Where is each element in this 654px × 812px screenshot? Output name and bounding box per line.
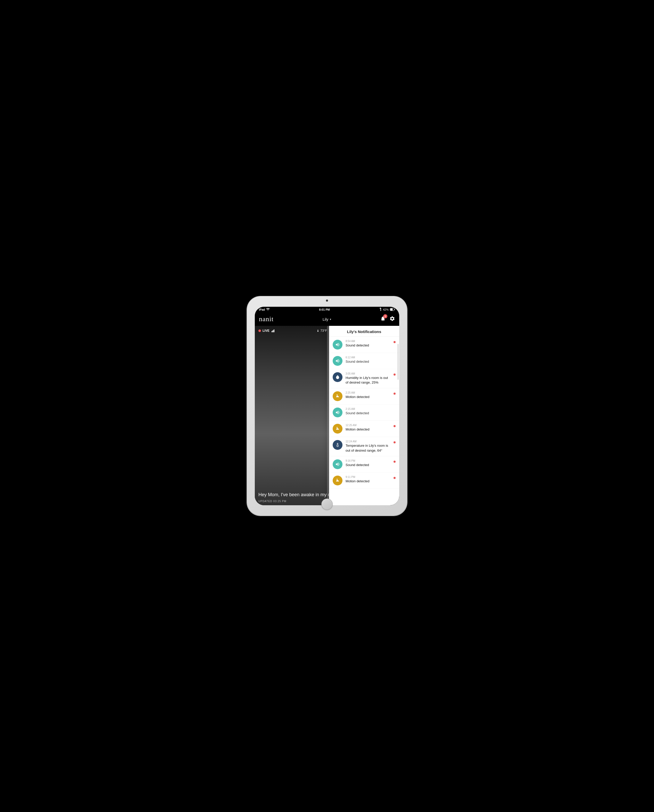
notification-icon-sound xyxy=(333,459,342,469)
baby-name: Lily xyxy=(322,317,329,322)
bluetooth-icon xyxy=(379,308,382,311)
notification-text: Motion detected xyxy=(345,479,390,484)
camera-updated-time: UPDATED 03:25 PM xyxy=(258,500,287,503)
notification-item[interactable]: 12:25 AM Motion detected xyxy=(329,421,399,437)
temperature-value: 73°F xyxy=(321,329,327,333)
notifications-list[interactable]: 8:54 AM Sound detected 6:12 AM xyxy=(329,337,399,505)
notification-icon-motion xyxy=(333,476,342,485)
app-header: nanit Lily ▾ 2 xyxy=(255,313,399,326)
signal-bars xyxy=(272,330,274,332)
main-content: LIVE 🌡 73°F Hey Mom, I've been awake in … xyxy=(255,326,399,505)
notification-text: Humidity in Lily's room is out of desire… xyxy=(345,375,390,385)
notification-item[interactable]: 6:12 AM Sound detected xyxy=(329,353,399,369)
notification-icon-motion xyxy=(333,424,342,433)
status-bar: iPad 8:01 PM 42% xyxy=(255,307,399,313)
notification-time: 12:24 AM xyxy=(345,440,390,443)
notification-content: 2:15 AM Sound detected xyxy=(345,408,396,415)
home-button[interactable] xyxy=(321,499,333,510)
notification-icon-motion xyxy=(333,391,342,401)
notification-item[interactable]: 9:16 PM Sound detected xyxy=(329,456,399,473)
notification-time: 2:25 AM xyxy=(345,391,390,394)
notification-icon-sound xyxy=(333,408,342,417)
notification-time: 9:11 PM xyxy=(345,476,390,478)
unread-dot xyxy=(394,441,396,443)
notifications-panel: Lily's Notifications 8:54 AM Sound detec… xyxy=(329,326,399,505)
notification-content: 8:54 AM Sound detected xyxy=(345,340,390,348)
temperature-display: 🌡 73°F xyxy=(316,329,327,333)
notifications-title: Lily's Notifications xyxy=(329,326,399,337)
notification-content: 12:25 AM Motion detected xyxy=(345,424,390,432)
bell-badge: 2 xyxy=(383,314,387,318)
notification-item[interactable]: 9:11 PM Motion detected xyxy=(329,473,399,489)
ipad-label: iPad xyxy=(259,308,265,311)
battery-percentage: 42% xyxy=(383,308,389,311)
unread-dot xyxy=(394,461,396,463)
notification-content: 9:11 PM Motion detected xyxy=(345,476,390,484)
settings-button[interactable] xyxy=(390,316,395,323)
status-bar-left: iPad xyxy=(259,308,270,311)
notification-item[interactable]: 12:24 AM Temperature in Lily's room is o… xyxy=(329,437,399,456)
thermometer-icon: 🌡 xyxy=(316,329,319,333)
live-dot xyxy=(258,330,261,332)
notification-icon-humidity xyxy=(333,372,342,382)
notification-item[interactable]: 2:25 AM Motion detected xyxy=(329,388,399,404)
notification-time: 12:25 AM xyxy=(345,424,390,427)
notification-item[interactable]: 2:15 AM Sound detected xyxy=(329,404,399,421)
chevron-down-icon: ▾ xyxy=(330,318,331,321)
baby-selector[interactable]: Lily ▾ xyxy=(322,317,332,322)
scrollbar-indicator xyxy=(398,344,399,380)
notification-item[interactable]: 3:05 AM Humidity in Lily's room is out o… xyxy=(329,369,399,388)
notification-time: 2:15 AM xyxy=(345,408,396,411)
wifi-icon xyxy=(266,308,270,311)
camera-message-overlay: Hey Mom, I've been awake in my cri xyxy=(258,492,333,498)
notification-content: 12:24 AM Temperature in Lily's room is o… xyxy=(345,440,390,453)
notification-content: 9:16 PM Sound detected xyxy=(345,459,390,467)
tablet-screen: iPad 8:01 PM 42% xyxy=(255,307,399,505)
battery-icon xyxy=(390,308,395,311)
notifications-bell-button[interactable]: 2 xyxy=(380,316,386,322)
notification-icon-sound xyxy=(333,356,342,366)
notification-text: Sound detected xyxy=(345,359,396,364)
notification-text: Motion detected xyxy=(345,427,390,432)
notification-text: Sound detected xyxy=(345,343,390,348)
unread-dot xyxy=(394,392,396,395)
camera-feed: LIVE 🌡 73°F Hey Mom, I've been awake in … xyxy=(255,326,399,505)
status-time: 8:01 PM xyxy=(319,308,330,311)
tablet-device: iPad 8:01 PM 42% xyxy=(247,296,407,516)
notification-text: Motion detected xyxy=(345,395,390,399)
svg-rect-1 xyxy=(390,308,393,310)
unread-dot xyxy=(394,425,396,427)
unread-dot xyxy=(394,374,396,375)
notification-icon-sound xyxy=(333,340,342,350)
status-bar-right: 42% xyxy=(379,308,395,311)
unread-dot xyxy=(394,477,396,479)
notification-item[interactable]: 8:54 AM Sound detected xyxy=(329,337,399,353)
notification-content: 6:12 AM Sound detected xyxy=(345,356,396,364)
notification-text: Sound detected xyxy=(345,463,390,467)
notification-content: 2:25 AM Motion detected xyxy=(345,391,390,399)
notification-text: Temperature in Lily's room is out of des… xyxy=(345,443,390,453)
header-actions: 2 xyxy=(380,316,395,323)
notification-text: Sound detected xyxy=(345,411,396,415)
notification-time: 8:54 AM xyxy=(345,340,390,343)
unread-dot xyxy=(394,341,396,343)
notification-time: 9:16 PM xyxy=(345,459,390,462)
app-logo: nanit xyxy=(259,315,274,323)
front-camera xyxy=(326,299,328,302)
notification-content: 3:05 AM Humidity in Lily's room is out o… xyxy=(345,372,390,385)
live-badge: LIVE xyxy=(258,329,274,333)
notification-icon-temperature xyxy=(333,440,342,450)
notification-time: 3:05 AM xyxy=(345,372,390,375)
notification-time: 6:12 AM xyxy=(345,356,396,359)
live-label: LIVE xyxy=(263,329,269,333)
